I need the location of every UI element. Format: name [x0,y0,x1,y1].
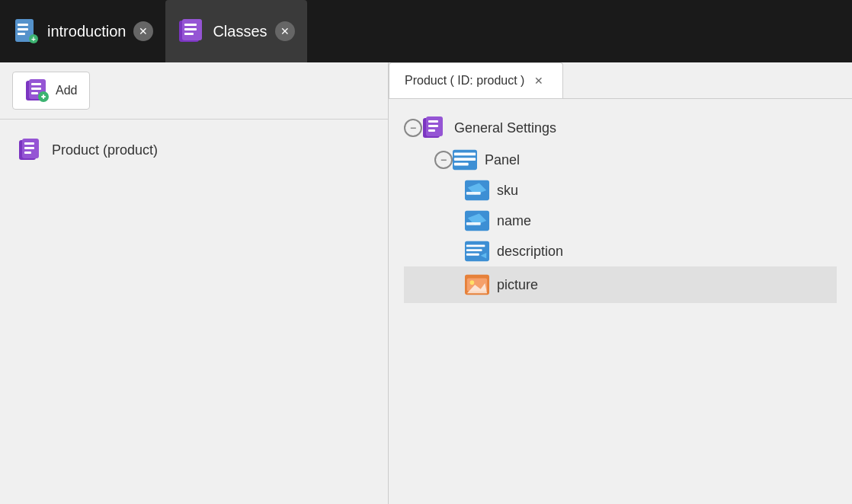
svg-point-47 [470,280,475,285]
tab-introduction-close[interactable]: ✕ [133,21,153,41]
svg-rect-15 [31,88,41,90]
right-tab-bar: Product ( ID: product ) ✕ [389,62,852,99]
left-toolbar: Add [0,62,388,120]
svg-rect-28 [428,125,438,127]
svg-rect-33 [454,163,469,166]
left-panel: Add Product (product) [0,62,389,504]
svg-rect-43 [466,254,479,256]
picture-row-highlight: picture [404,266,837,303]
svg-rect-19 [43,94,44,99]
product-list-label: Product (product) [52,142,158,158]
product-tab-close[interactable]: ✕ [530,72,547,89]
list-item[interactable]: Product (product) [12,132,376,168]
sku-icon [465,180,489,201]
panel-item[interactable]: Panel [453,145,520,175]
svg-rect-2 [18,24,28,26]
panel-row: − Panel [434,145,837,175]
product-tab[interactable]: Product ( ID: product ) ✕ [389,62,563,98]
svg-rect-14 [31,83,41,85]
tab-classes[interactable]: Classes ✕ [165,0,306,62]
description-item[interactable]: description [465,236,837,266]
panel-children: − Panel [434,145,837,303]
main-content: Add Product (product) Product ( ID: prod… [0,62,852,504]
document-icon: + [12,18,40,45]
picture-item[interactable]: picture [465,270,825,300]
svg-rect-36 [466,192,481,195]
svg-rect-4 [18,33,25,35]
svg-rect-11 [184,33,194,35]
svg-rect-24 [24,152,31,154]
general-settings-label: General Settings [454,120,556,136]
name-label: name [497,213,531,229]
description-label: description [497,244,563,260]
add-button[interactable]: Add [12,72,90,110]
description-icon [465,241,489,262]
svg-rect-9 [184,24,197,26]
svg-rect-16 [31,92,38,94]
name-item[interactable]: name [465,206,837,236]
svg-rect-42 [466,249,482,251]
svg-rect-29 [428,129,435,132]
tab-introduction[interactable]: + introduction ✕ [0,0,165,62]
svg-rect-39 [466,222,481,225]
svg-text:+: + [31,35,36,43]
panel-grandchildren: sku name [465,175,837,303]
picture-icon [465,274,489,295]
general-settings-collapse[interactable]: − [404,119,422,137]
tab-classes-label: Classes [213,23,267,40]
svg-rect-22 [24,142,34,145]
add-button-label: Add [56,84,77,97]
svg-rect-31 [454,153,476,156]
sku-label: sku [497,183,518,199]
svg-rect-27 [428,120,438,123]
name-icon [465,210,489,231]
add-class-icon [25,78,50,103]
panel-label: Panel [485,152,520,168]
panel-collapse[interactable]: − [434,151,453,169]
general-settings-icon [422,116,447,140]
svg-rect-32 [454,158,476,161]
picture-label: picture [497,277,538,293]
product-tab-label: Product ( ID: product ) [405,74,524,88]
svg-rect-23 [24,147,34,149]
tab-classes-close[interactable]: ✕ [275,21,295,41]
left-list: Product (product) [0,120,388,180]
sku-item[interactable]: sku [465,175,837,206]
general-settings-row: − General Settings [404,111,837,145]
svg-rect-10 [184,28,197,30]
classes-icon [178,18,205,45]
tree-content: − General Settings − [389,99,852,315]
product-class-icon [18,138,43,162]
svg-rect-3 [18,28,28,30]
svg-rect-41 [466,245,485,247]
tab-bar: + introduction ✕ Classes ✕ [0,0,852,62]
right-panel: Product ( ID: product ) ✕ − General Sett [389,62,852,504]
general-settings-item[interactable]: General Settings [422,111,556,145]
tab-introduction-label: introduction [47,23,126,40]
panel-icon [453,149,477,171]
